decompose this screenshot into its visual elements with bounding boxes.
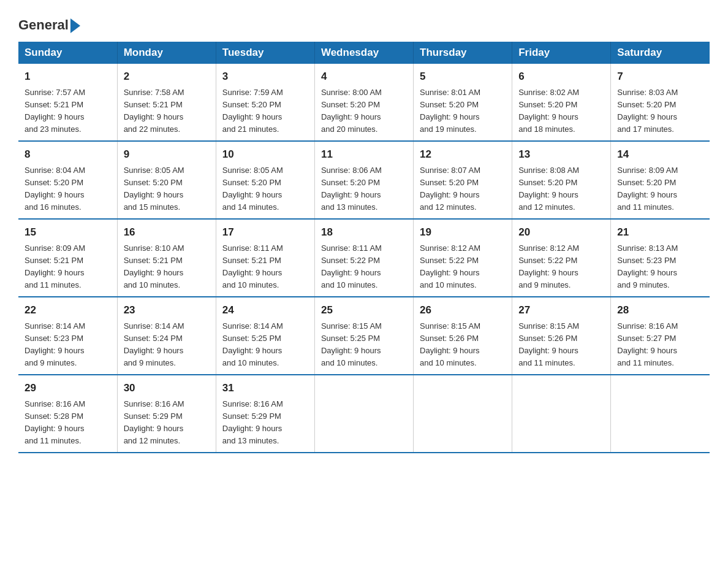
- day-number: 24: [222, 302, 308, 318]
- day-info: Sunrise: 8:04 AMSunset: 5:20 PMDaylight:…: [25, 164, 111, 214]
- day-number: 7: [617, 69, 703, 85]
- header-friday: Friday: [512, 42, 611, 64]
- header-sunday: Sunday: [18, 42, 117, 64]
- day-info: Sunrise: 8:15 AMSunset: 5:25 PMDaylight:…: [321, 320, 407, 370]
- day-number: 27: [518, 302, 604, 318]
- calendar-cell: 7 Sunrise: 8:03 AMSunset: 5:20 PMDayligh…: [611, 64, 710, 141]
- day-number: 8: [25, 147, 111, 163]
- day-info: Sunrise: 8:05 AMSunset: 5:20 PMDaylight:…: [222, 164, 308, 214]
- calendar-cell: 6 Sunrise: 8:02 AMSunset: 5:20 PMDayligh…: [512, 64, 611, 141]
- calendar-cell: 28 Sunrise: 8:16 AMSunset: 5:27 PMDaylig…: [611, 297, 710, 375]
- calendar-cell: [611, 375, 710, 453]
- day-info: Sunrise: 8:11 AMSunset: 5:21 PMDaylight:…: [222, 242, 308, 292]
- page-header: General: [18, 12, 710, 31]
- calendar-cell: 14 Sunrise: 8:09 AMSunset: 5:20 PMDaylig…: [611, 141, 710, 219]
- day-number: 21: [617, 224, 703, 240]
- week-row-3: 15 Sunrise: 8:09 AMSunset: 5:21 PMDaylig…: [18, 219, 710, 297]
- calendar-cell: 27 Sunrise: 8:15 AMSunset: 5:26 PMDaylig…: [512, 297, 611, 375]
- day-number: 15: [25, 224, 111, 240]
- day-number: 25: [321, 302, 407, 318]
- calendar-cell: 12 Sunrise: 8:07 AMSunset: 5:20 PMDaylig…: [414, 141, 512, 219]
- day-number: 26: [420, 302, 506, 318]
- calendar-cell: 15 Sunrise: 8:09 AMSunset: 5:21 PMDaylig…: [18, 219, 117, 297]
- day-info: Sunrise: 8:16 AMSunset: 5:29 PMDaylight:…: [124, 398, 210, 448]
- day-number: 13: [518, 147, 604, 163]
- day-number: 18: [321, 224, 407, 240]
- calendar-cell: [314, 375, 413, 453]
- day-number: 19: [420, 224, 506, 240]
- day-number: 1: [25, 69, 111, 85]
- week-row-5: 29 Sunrise: 8:16 AMSunset: 5:28 PMDaylig…: [18, 375, 710, 453]
- calendar-cell: 29 Sunrise: 8:16 AMSunset: 5:28 PMDaylig…: [18, 375, 117, 453]
- day-info: Sunrise: 8:14 AMSunset: 5:24 PMDaylight:…: [124, 320, 210, 370]
- day-info: Sunrise: 8:01 AMSunset: 5:20 PMDaylight:…: [420, 86, 506, 136]
- header-wednesday: Wednesday: [314, 42, 413, 64]
- calendar-cell: 13 Sunrise: 8:08 AMSunset: 5:20 PMDaylig…: [512, 141, 611, 219]
- calendar-cell: 20 Sunrise: 8:12 AMSunset: 5:22 PMDaylig…: [512, 219, 611, 297]
- day-number: 9: [124, 147, 210, 163]
- header-saturday: Saturday: [611, 42, 710, 64]
- day-info: Sunrise: 8:06 AMSunset: 5:20 PMDaylight:…: [321, 164, 407, 214]
- calendar-cell: [414, 375, 512, 453]
- calendar-cell: 30 Sunrise: 8:16 AMSunset: 5:29 PMDaylig…: [117, 375, 216, 453]
- calendar-cell: 25 Sunrise: 8:15 AMSunset: 5:25 PMDaylig…: [314, 297, 413, 375]
- day-info: Sunrise: 8:09 AMSunset: 5:20 PMDaylight:…: [617, 164, 703, 214]
- calendar-cell: 2 Sunrise: 7:58 AMSunset: 5:21 PMDayligh…: [117, 64, 216, 141]
- calendar-cell: 4 Sunrise: 8:00 AMSunset: 5:20 PMDayligh…: [314, 64, 413, 141]
- day-info: Sunrise: 8:07 AMSunset: 5:20 PMDaylight:…: [420, 164, 506, 214]
- calendar-cell: 21 Sunrise: 8:13 AMSunset: 5:23 PMDaylig…: [611, 219, 710, 297]
- day-number: 14: [617, 147, 703, 163]
- day-info: Sunrise: 8:15 AMSunset: 5:26 PMDaylight:…: [518, 320, 604, 370]
- calendar-cell: 31 Sunrise: 8:16 AMSunset: 5:29 PMDaylig…: [216, 375, 314, 453]
- calendar-cell: 24 Sunrise: 8:14 AMSunset: 5:25 PMDaylig…: [216, 297, 314, 375]
- calendar-cell: 10 Sunrise: 8:05 AMSunset: 5:20 PMDaylig…: [216, 141, 314, 219]
- day-number: 12: [420, 147, 506, 163]
- day-number: 29: [25, 380, 111, 396]
- calendar-cell: 5 Sunrise: 8:01 AMSunset: 5:20 PMDayligh…: [414, 64, 512, 141]
- day-number: 10: [222, 147, 308, 163]
- calendar-cell: 16 Sunrise: 8:10 AMSunset: 5:21 PMDaylig…: [117, 219, 216, 297]
- calendar-cell: 22 Sunrise: 8:14 AMSunset: 5:23 PMDaylig…: [18, 297, 117, 375]
- calendar-cell: 11 Sunrise: 8:06 AMSunset: 5:20 PMDaylig…: [314, 141, 413, 219]
- logo-general: General: [18, 17, 80, 33]
- calendar-cell: 18 Sunrise: 8:11 AMSunset: 5:22 PMDaylig…: [314, 219, 413, 297]
- calendar-cell: 9 Sunrise: 8:05 AMSunset: 5:20 PMDayligh…: [117, 141, 216, 219]
- day-info: Sunrise: 8:09 AMSunset: 5:21 PMDaylight:…: [25, 242, 111, 292]
- calendar-cell: 8 Sunrise: 8:04 AMSunset: 5:20 PMDayligh…: [18, 141, 117, 219]
- day-info: Sunrise: 8:00 AMSunset: 5:20 PMDaylight:…: [321, 86, 407, 136]
- day-number: 2: [124, 69, 210, 85]
- calendar-cell: 23 Sunrise: 8:14 AMSunset: 5:24 PMDaylig…: [117, 297, 216, 375]
- day-info: Sunrise: 8:08 AMSunset: 5:20 PMDaylight:…: [518, 164, 604, 214]
- day-info: Sunrise: 7:58 AMSunset: 5:21 PMDaylight:…: [124, 86, 210, 136]
- day-info: Sunrise: 8:13 AMSunset: 5:23 PMDaylight:…: [617, 242, 703, 292]
- day-info: Sunrise: 8:14 AMSunset: 5:23 PMDaylight:…: [25, 320, 111, 370]
- day-info: Sunrise: 8:03 AMSunset: 5:20 PMDaylight:…: [617, 86, 703, 136]
- calendar-table: SundayMondayTuesdayWednesdayThursdayFrid…: [18, 42, 710, 453]
- week-row-4: 22 Sunrise: 8:14 AMSunset: 5:23 PMDaylig…: [18, 297, 710, 375]
- calendar-cell: 26 Sunrise: 8:15 AMSunset: 5:26 PMDaylig…: [414, 297, 512, 375]
- day-number: 11: [321, 147, 407, 163]
- day-number: 20: [518, 224, 604, 240]
- day-number: 16: [124, 224, 210, 240]
- header-tuesday: Tuesday: [216, 42, 314, 64]
- day-info: Sunrise: 8:15 AMSunset: 5:26 PMDaylight:…: [420, 320, 506, 370]
- calendar-cell: 3 Sunrise: 7:59 AMSunset: 5:20 PMDayligh…: [216, 64, 314, 141]
- week-row-1: 1 Sunrise: 7:57 AMSunset: 5:21 PMDayligh…: [18, 64, 710, 141]
- week-row-2: 8 Sunrise: 8:04 AMSunset: 5:20 PMDayligh…: [18, 141, 710, 219]
- day-number: 28: [617, 302, 703, 318]
- day-number: 6: [518, 69, 604, 85]
- logo-general-text: General: [18, 17, 69, 33]
- header-monday: Monday: [117, 42, 216, 64]
- calendar-header-row: SundayMondayTuesdayWednesdayThursdayFrid…: [18, 42, 710, 64]
- day-number: 17: [222, 224, 308, 240]
- header-thursday: Thursday: [414, 42, 512, 64]
- day-info: Sunrise: 8:11 AMSunset: 5:22 PMDaylight:…: [321, 242, 407, 292]
- day-info: Sunrise: 8:16 AMSunset: 5:29 PMDaylight:…: [222, 398, 308, 448]
- calendar-cell: 17 Sunrise: 8:11 AMSunset: 5:21 PMDaylig…: [216, 219, 314, 297]
- day-info: Sunrise: 8:12 AMSunset: 5:22 PMDaylight:…: [518, 242, 604, 292]
- day-number: 3: [222, 69, 308, 85]
- day-number: 4: [321, 69, 407, 85]
- day-info: Sunrise: 8:05 AMSunset: 5:20 PMDaylight:…: [124, 164, 210, 214]
- day-info: Sunrise: 8:02 AMSunset: 5:20 PMDaylight:…: [518, 86, 604, 136]
- day-info: Sunrise: 8:16 AMSunset: 5:27 PMDaylight:…: [617, 320, 703, 370]
